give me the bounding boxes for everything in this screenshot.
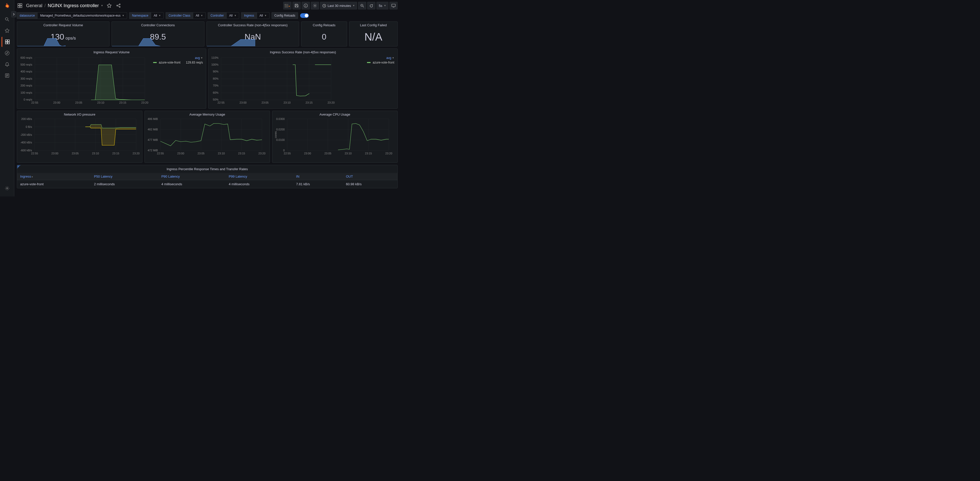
panel-title: Average CPU Usage [272, 111, 397, 117]
svg-text:23:20: 23:20 [328, 101, 335, 104]
nav-settings[interactable] [2, 183, 12, 194]
svg-text:23:20: 23:20 [385, 152, 392, 155]
panel-controller-request-volume[interactable]: Controller Request Volume 130 ops/s [17, 21, 110, 46]
svg-point-8 [6, 188, 8, 189]
svg-text:0.0300: 0.0300 [276, 117, 285, 121]
panel-ingress-request-volume[interactable]: Ingress Request Volume 600 req/s [17, 49, 206, 109]
nav-alerting[interactable] [2, 59, 12, 70]
nav-search[interactable] [2, 14, 12, 24]
breadcrumb-folder[interactable]: General [26, 3, 42, 8]
panel-avg-memory[interactable]: Average Memory Usage 486 MiB 482 MiB 477… [145, 111, 270, 163]
svg-point-13 [117, 5, 118, 6]
svg-rect-10 [20, 3, 22, 5]
nav-dashboards[interactable] [2, 37, 12, 47]
svg-text:23:00: 23:00 [53, 101, 60, 104]
svg-text:23:15: 23:15 [112, 152, 119, 155]
nav-connections[interactable] [2, 70, 12, 81]
svg-rect-4 [5, 42, 7, 44]
save-button[interactable] [293, 2, 301, 10]
svg-text:60%: 60% [213, 91, 218, 94]
panel-controller-connections[interactable]: Controller Connections 89.5 [111, 21, 204, 46]
panel-title: Config Reloads [301, 22, 347, 27]
svg-text:23:10: 23:10 [345, 152, 352, 155]
panel-title: Ingress Request Volume [17, 49, 206, 55]
panel-ingress-success-rate[interactable]: Ingress Success Rate (non-4|5xx response… [208, 49, 398, 109]
svg-text:23:00: 23:00 [304, 152, 311, 155]
var-select-ingress[interactable]: All ▼ [257, 12, 269, 19]
legend-series-name[interactable]: azure-vote-front [372, 61, 394, 64]
zoom-out-button[interactable] [358, 2, 366, 10]
add-panel-button[interactable]: ⬛₊ [283, 2, 291, 10]
svg-text:70%: 70% [213, 84, 218, 87]
view-mode-button[interactable] [390, 2, 398, 10]
panel-config-reloads[interactable]: Config Reloads 0 [301, 21, 347, 46]
svg-point-1 [5, 17, 8, 20]
dashboards-icon[interactable] [17, 3, 23, 9]
sidebar [0, 0, 14, 197]
topbar: General / NGINX Ingress controller ▼ ⬛₊ [14, 0, 400, 11]
config-reloads-toggle[interactable] [300, 13, 309, 18]
panel-controller-success-rate[interactable]: Controller Success Rate (non-4|5xx respo… [207, 21, 299, 46]
svg-text:400 req/s: 400 req/s [21, 70, 32, 73]
panel-title: Network I/O pressure [17, 111, 142, 117]
variable-bar: datasource Managed_Prometheus_defaultazu… [14, 11, 400, 21]
svg-text:23:05: 23:05 [75, 101, 83, 104]
legend-swatch [153, 62, 157, 63]
svg-text:23:20: 23:20 [142, 101, 148, 104]
panel-title: Ingress Percentile Response Times and Tr… [167, 167, 248, 171]
svg-rect-11 [18, 6, 20, 8]
svg-text:0 B/s: 0 B/s [26, 125, 32, 129]
legend-series-value: 129.83 req/s [183, 61, 203, 64]
var-select-controller-class[interactable]: All ▼ [193, 12, 206, 19]
th-ingress[interactable]: Ingress [17, 173, 91, 180]
svg-text:200 req/s: 200 req/s [21, 84, 32, 87]
timerange-picker[interactable]: Last 30 minutes ▼ [320, 2, 357, 10]
panel-avg-cpu[interactable]: Average CPU Usage 0.0300 0.0200 0.0100 0… [272, 111, 398, 163]
th-in[interactable]: IN [293, 173, 343, 180]
svg-text:22:55: 22:55 [284, 152, 291, 155]
svg-text:50%: 50% [213, 98, 218, 101]
legend-series-name[interactable]: azure-vote-front [159, 61, 180, 64]
th-p99[interactable]: P99 Latency [226, 173, 293, 180]
svg-point-0 [6, 5, 8, 7]
var-select-datasource[interactable]: Managed_Prometheus_defaultazuremonitorwo… [37, 12, 127, 19]
var-select-namespace[interactable]: All ▼ [151, 12, 164, 19]
refresh-interval-picker[interactable]: 5s ▼ [376, 2, 388, 10]
legend-sort[interactable]: avg ▼ [195, 56, 203, 60]
refresh-button[interactable] [367, 2, 375, 10]
svg-text:23:10: 23:10 [283, 101, 291, 104]
svg-text:23:20: 23:20 [133, 152, 140, 155]
share-icon[interactable] [115, 3, 121, 9]
svg-text:23:10: 23:10 [92, 152, 99, 155]
svg-text:22:55: 22:55 [31, 152, 38, 155]
th-p90[interactable]: P90 Latency [158, 173, 226, 180]
th-out[interactable]: OUT [343, 173, 398, 180]
svg-text:23:20: 23:20 [259, 152, 266, 155]
panel-last-config-failed[interactable]: Last Config Failed N/A [349, 21, 398, 46]
var-label-controller-class: Controller Class [165, 12, 192, 19]
table-row[interactable]: azure-vote-front2 milliseconds4 millisec… [17, 180, 397, 188]
svg-text:-400 kB/s: -400 kB/s [20, 141, 32, 144]
dashboard-settings-button[interactable] [311, 2, 319, 10]
svg-text:0 req/s: 0 req/s [24, 98, 32, 101]
sidebar-expand-button[interactable] [11, 11, 16, 17]
var-value-controller-class: All [196, 14, 199, 17]
var-value-datasource: Managed_Prometheus_defaultazuremonitorwo… [40, 14, 121, 17]
legend-sort[interactable]: avg ▼ [387, 56, 394, 60]
var-select-controller[interactable]: All ▼ [226, 12, 239, 19]
chevron-down-icon[interactable]: ▼ [101, 4, 103, 7]
legend-swatch [367, 62, 371, 63]
timerange-label: Last 30 minutes [328, 4, 351, 8]
breadcrumb-title[interactable]: NGINX Ingress controller [48, 3, 99, 8]
nav-explore[interactable] [2, 48, 12, 58]
panel-network-io-pressure[interactable]: Network I/O pressure 200 kB/s 0 B/s -200… [17, 111, 142, 163]
stat-value: N/A [364, 31, 382, 43]
table-cell: 4 milliseconds [158, 180, 226, 188]
star-icon[interactable] [106, 3, 112, 9]
dashboard-insights-button[interactable] [302, 2, 310, 10]
panel-ingress-table[interactable]: i Ingress Percentile Response Times and … [17, 165, 398, 188]
svg-text:90%: 90% [213, 70, 218, 73]
th-p50[interactable]: P50 Latency [91, 173, 158, 180]
grafana-logo[interactable] [3, 3, 11, 10]
nav-starred[interactable] [2, 25, 12, 36]
